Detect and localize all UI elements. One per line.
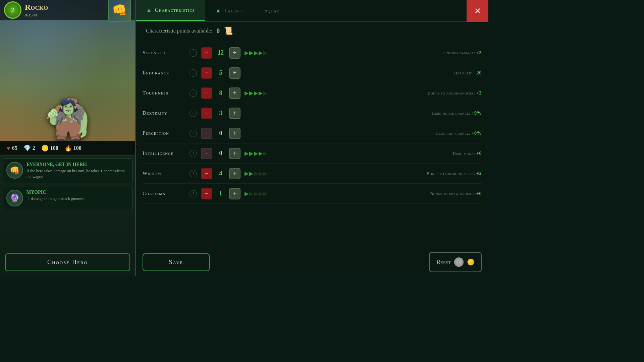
stat-help-6[interactable]: ? [190,170,197,177]
stat-plus-6[interactable]: + [229,168,240,179]
hero-sprite: 🧌 [43,101,93,141]
stat-plus-1[interactable]: + [229,67,240,79]
stat-effect-4: Hero crit chance: +0% [388,131,482,136]
stat-minus-3[interactable]: − [201,108,212,119]
stat-name-2: Toughness [143,90,190,96]
arrow-2-2: ▶ [254,90,258,96]
fire-value: 100 [73,145,82,151]
hero-header: 2 Rocko 0/1500 👊 [0,0,135,20]
stat-minus-6[interactable]: − [201,168,212,179]
stat-effect-label-6: Bonus to gnome-healers: [427,171,475,176]
stat-effect-label-4: Hero crit chance: [435,131,470,136]
char-points-value: 0 [216,27,220,35]
stat-effect-1: Hero HP: +20 [388,70,482,76]
stat-arrows-6: ▶▶▶▶▶ [245,170,388,177]
tab-talents-arrow: ▲ [215,7,221,14]
stat-help-0[interactable]: ? [190,49,197,57]
stat-help-2[interactable]: ? [190,89,197,97]
reset-coin-icon: 🪙 [467,258,474,266]
gold-value: 100 [50,145,58,151]
arrow-7-4: ▶ [263,190,267,197]
stat-effect-value-3: +9% [472,111,482,116]
stat-value-6: 4 [212,170,229,177]
points-scroll-icon: 📜 [224,26,233,35]
stat-row-dexterity: Dexterity ? − 3 + Hero dodge chance: +9% [143,103,482,123]
stat-effect-label-2: Bonus to armor-gnomes: [428,90,475,96]
stat-minus-5: − [201,148,212,159]
stat-effect-label-7: Bonus to draw gnomes: [430,191,475,196]
health-value: 65 [12,145,17,151]
arrow-6-3: ▶ [259,170,263,177]
stat-value-3: 3 [212,110,229,117]
stat-effect-value-6: +2 [476,171,482,176]
hero-scene: 2 Rocko 0/1500 👊 🧌 [0,0,135,141]
reset-button[interactable]: Reset 1 🪙 [429,252,482,272]
stat-value-1: 5 [212,69,229,76]
stat-minus-0[interactable]: − [201,47,212,59]
stat-plus-0[interactable]: + [229,47,240,59]
stat-effect-label-3: Hero dodge chance: [432,111,470,116]
stat-minus-2[interactable]: − [201,87,212,99]
stat-effect-6: Bonus to gnome-healers: +2 [388,171,482,176]
char-points-bar: Characteristic points available: 0 📜 [136,22,488,40]
stat-effect-7: Bonus to draw gnomes: +0 [388,191,482,196]
trait-content-0: Everyone, get in here! If the hero takes… [26,162,129,180]
stat-row-intelligence: Intelligence ? − 0 + ▶▶▶▶▶ Hero mana: +0 [143,143,482,164]
hero-hp-text: 0/1500 [25,12,37,18]
stat-plus-3[interactable]: + [229,108,240,119]
tab-talents[interactable]: ▲ Talents [205,0,254,21]
tab-squad[interactable]: Squad [254,0,290,21]
stat-effect-value-1: +20 [474,70,482,75]
stat-help-5[interactable]: ? [190,150,197,157]
stat-gold: 🪙 100 [41,144,58,152]
traits-section: 👊 Everyone, get in here! If the hero tak… [0,156,135,250]
arrow-0-0: ▶ [245,50,249,56]
stat-minus-1[interactable]: − [201,67,212,79]
stat-effect-5: Hero mana: +0 [388,151,482,156]
stat-value-5: 0 [212,150,229,157]
stats-container: Strength ? − 12 + ▶▶▶▶▶ Gnomes damage: +… [136,40,488,248]
trait-icon-1: 🔮 [6,190,23,206]
arrow-5-2: ▶ [254,150,258,157]
stat-health: ♥ 65 [7,145,17,152]
hero-avatar-icon: 👊 [112,3,127,17]
reset-coin: 1 [454,257,464,267]
trait-card-1: 🔮 Myopic -1 damage to ranged attack gnom… [3,186,132,210]
stat-row-charisma: Charisma ? − 1 + ▶▶▶▶▶ Bonus to draw gno… [143,184,482,204]
close-button[interactable]: ✕ [467,0,488,22]
arrow-2-3: ▶ [259,90,263,96]
stat-row-perception: Perception ? − 0 + Hero crit chance: +0% [143,123,482,143]
stat-effect-value-4: +0% [472,131,482,136]
arrow-5-4: ▶ [263,150,267,157]
trait-name-0: Everyone, get in here! [26,162,129,167]
stat-effect-0: Gnomes damage: +3 [388,50,482,56]
stat-plus-7[interactable]: + [229,188,240,199]
stat-plus-4[interactable]: + [229,128,240,139]
stat-name-3: Dexterity [143,110,190,116]
level-badge: 2 [4,1,21,19]
trait-icon-0: 👊 [6,162,23,179]
stat-arrows-5: ▶▶▶▶▶ [245,150,388,157]
arrow-0-1: ▶ [249,50,253,56]
tab-characteristics[interactable]: ▲ Characteristics [136,0,205,21]
stat-help-3[interactable]: ? [190,110,197,117]
trait-card-0: 👊 Everyone, get in here! If the hero tak… [3,158,132,183]
stat-row-endurance: Endurance ? − 5 + Hero HP: +20 [143,63,482,83]
stat-name-1: Endurance [143,70,190,76]
stat-plus-2[interactable]: + [229,87,240,99]
choose-hero-button[interactable]: Choose Hero [5,253,130,271]
stat-help-7[interactable]: ? [190,190,197,197]
stat-gems: 💎 2 [23,144,35,152]
stat-minus-7[interactable]: − [201,188,212,199]
right-panel: ▲ Characteristics ▲ Talents Squad ✕ Char… [136,0,488,276]
stat-help-4[interactable]: ? [190,130,197,137]
stat-arrows-7: ▶▶▶▶▶ [245,190,388,197]
arrow-5-1: ▶ [249,150,253,157]
gold-icon: 🪙 [41,144,49,152]
arrow-7-3: ▶ [259,190,263,197]
stat-plus-5[interactable]: + [229,148,240,159]
stat-name-7: Charisma [143,191,190,196]
stat-help-1[interactable]: ? [190,69,197,77]
stat-effect-label-1: Hero HP: [454,70,473,75]
save-button[interactable]: Save [143,253,210,271]
